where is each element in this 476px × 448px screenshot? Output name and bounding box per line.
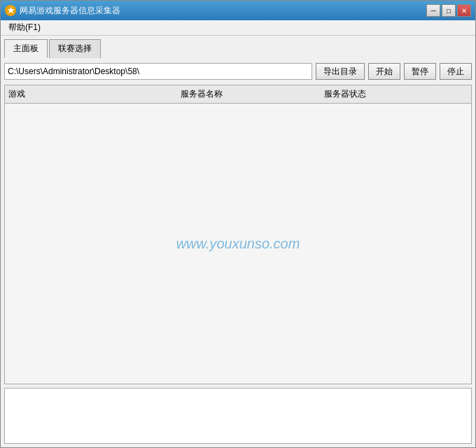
- window-title: 网易游戏服务器信息采集器: [20, 5, 120, 17]
- menu-bar: 帮助(F1): [1, 20, 475, 36]
- watermark: www.youxunso.com: [176, 236, 300, 252]
- close-button[interactable]: ✕: [457, 4, 471, 17]
- app-icon: ★: [5, 5, 16, 16]
- data-table: 游戏 服务器名称 服务器状态 www.youxunso.com: [4, 85, 472, 384]
- stop-button[interactable]: 停止: [440, 63, 472, 80]
- minimize-button[interactable]: ─: [426, 4, 440, 17]
- help-menu-item[interactable]: 帮助(F1): [4, 20, 45, 35]
- table-body: www.youxunso.com: [5, 104, 471, 384]
- start-button[interactable]: 开始: [368, 63, 400, 80]
- main-window: ★ 网易游戏服务器信息采集器 ─ □ ✕ 帮助(F1) 主面板 联赛选择 导出目…: [0, 0, 476, 448]
- title-controls: ─ □ ✕: [426, 4, 471, 17]
- toolbar: 导出目录 开始 暂停 停止: [4, 62, 472, 81]
- col-server-name: 服务器名称: [181, 88, 324, 100]
- tab-main[interactable]: 主面板: [4, 39, 48, 58]
- col-server-status: 服务器状态: [324, 88, 468, 100]
- path-input[interactable]: [4, 63, 312, 80]
- tabs-area: 主面板 联赛选择: [1, 36, 475, 58]
- tab-league[interactable]: 联赛选择: [49, 39, 101, 58]
- main-content: 导出目录 开始 暂停 停止 游戏 服务器名称 服务器状态 www.youxuns…: [1, 58, 475, 447]
- table-header: 游戏 服务器名称 服务器状态: [5, 85, 471, 104]
- export-button[interactable]: 导出目录: [316, 63, 365, 80]
- pause-button[interactable]: 暂停: [404, 63, 436, 80]
- title-bar-left: ★ 网易游戏服务器信息采集器: [5, 5, 120, 17]
- log-area: [4, 388, 472, 444]
- title-bar: ★ 网易游戏服务器信息采集器 ─ □ ✕: [1, 1, 475, 20]
- maximize-button[interactable]: □: [442, 4, 456, 17]
- col-game: 游戏: [8, 88, 181, 100]
